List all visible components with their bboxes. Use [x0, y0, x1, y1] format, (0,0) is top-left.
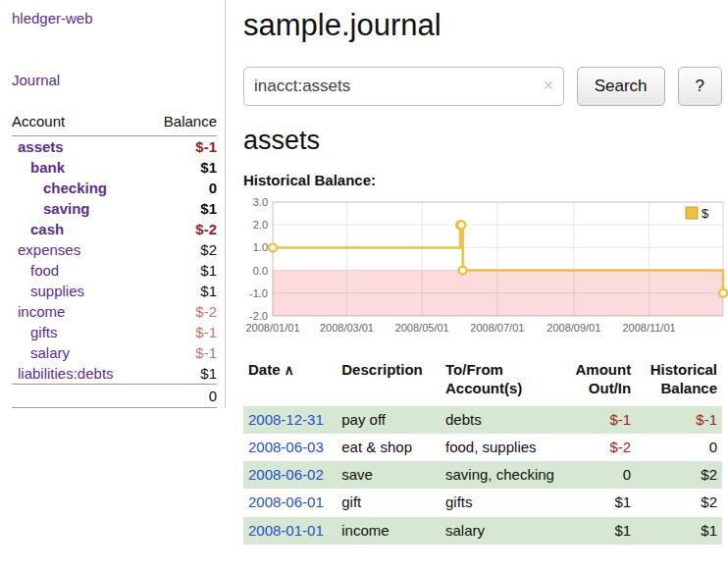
account-link[interactable]: supplies	[12, 283, 146, 299]
register-row: 2008-12-31pay offdebts$-1$-1	[243, 406, 722, 434]
register-description: gift	[337, 489, 441, 516]
register-table: Date∧ Description To/From Account(s) Amo…	[243, 359, 722, 545]
chart-x-tick-label: 2008/05/01	[395, 322, 449, 334]
chart-y-tick-label: 2.0	[253, 219, 268, 231]
account-row: gifts$-1	[12, 322, 217, 342]
account-link[interactable]: food	[12, 262, 146, 279]
chart-y-tick-label: 0.0	[253, 265, 268, 277]
chart-y-tick-label: 3.0	[253, 196, 268, 208]
register-date-link[interactable]: 2008-06-03	[248, 439, 324, 455]
account-link[interactable]: checking	[12, 180, 146, 196]
chart-heading: Historical Balance:	[243, 172, 722, 188]
clear-search-icon[interactable]: ✕	[543, 78, 554, 92]
account-balance: $1	[146, 281, 217, 301]
register-balance: $-1	[636, 406, 722, 434]
register-row: 2008-06-02savesaving, checking0$2	[243, 461, 722, 489]
account-link[interactable]: liabilities:debts	[12, 365, 146, 382]
register-description: income	[337, 517, 441, 545]
register-row: 2008-06-01giftgifts$1$2	[243, 489, 722, 516]
account-balance: $-2	[146, 301, 217, 322]
account-row: liabilities:debts$1	[12, 363, 217, 385]
account-row: supplies$1	[12, 281, 217, 301]
register-accounts: food, supplies	[441, 434, 559, 461]
account-link[interactable]: income	[12, 303, 146, 320]
search-button[interactable]: Search	[577, 67, 665, 106]
account-balance: $-1	[146, 136, 217, 158]
accounts-col-account: Account	[12, 110, 146, 136]
register-balance: $2	[636, 461, 722, 489]
accounts-col-balance: Balance	[146, 110, 217, 136]
nav-journal-link[interactable]: Journal	[12, 72, 217, 88]
accounts-total-row: 0	[12, 385, 217, 408]
register-balance: 0	[636, 434, 722, 461]
account-balance: $-2	[146, 219, 217, 239]
register-date-link[interactable]: 2008-06-01	[248, 493, 324, 510]
register-balance: $1	[636, 517, 722, 545]
account-balance: $-1	[146, 322, 217, 342]
register-accounts: gifts	[441, 489, 559, 516]
register-header-row: Date∧ Description To/From Account(s) Amo…	[243, 359, 722, 406]
register-col-date[interactable]: Date∧	[243, 359, 337, 406]
chart-point	[459, 267, 467, 275]
accounts-total-spacer	[12, 385, 146, 408]
register-col-description: Description	[337, 359, 441, 406]
chart-x-tick-label: 2008/01/01	[245, 322, 299, 334]
app-title-link[interactable]: hledger-web	[12, 10, 217, 26]
chart-x-tick-label: 2008/03/01	[320, 322, 374, 334]
legend-swatch	[686, 207, 698, 219]
account-row: income$-2	[12, 301, 217, 322]
account-row: expenses$2	[12, 239, 217, 260]
chart-y-tick-label: -2.0	[249, 310, 268, 322]
register-date-link[interactable]: 2008-06-02	[248, 466, 324, 483]
register-date-link[interactable]: 2008-01-01	[248, 522, 324, 539]
legend-label: $	[702, 206, 709, 221]
search-bar: ✕ Search ?	[243, 67, 722, 106]
account-balance: $1	[146, 198, 217, 219]
chart-x-tick-label: 2008/09/01	[546, 322, 600, 334]
account-row: cash$-2	[12, 219, 217, 239]
account-link[interactable]: saving	[12, 200, 146, 217]
register-row: 2008-01-01incomesalary$1$1	[243, 517, 722, 545]
register-col-date-label: Date	[248, 361, 281, 378]
chart-legend: $	[682, 204, 719, 223]
register-amount: $-2	[559, 434, 636, 461]
register-row: 2008-06-03eat & shopfood, supplies$-20	[243, 434, 722, 461]
chart-svg: 3.02.01.00.0-1.0-2.02008/01/012008/03/01…	[243, 196, 728, 343]
register-col-accounts: To/From Account(s)	[441, 359, 559, 406]
account-link[interactable]: assets	[12, 138, 146, 155]
sort-ascending-icon[interactable]: ∧	[285, 362, 294, 378]
register-date-link[interactable]: 2008-12-31	[248, 411, 324, 428]
register-col-amount: Amount Out/In	[559, 359, 636, 406]
accounts-table: Account Balance assets$-1bank$1checking0…	[12, 110, 217, 408]
account-row: assets$-1	[12, 136, 217, 158]
register-description: eat & shop	[337, 434, 441, 461]
register-balance: $2	[636, 489, 722, 516]
account-link[interactable]: salary	[12, 344, 146, 361]
account-row: food$1	[12, 260, 217, 281]
account-row: bank$1	[12, 157, 217, 178]
account-link[interactable]: expenses	[12, 241, 146, 258]
account-row: checking0	[12, 178, 217, 198]
account-link[interactable]: cash	[12, 221, 146, 237]
main-content: sample.journal ✕ Search ? assets Histori…	[226, 0, 728, 545]
chart-point	[719, 289, 727, 297]
account-balance: $2	[146, 239, 217, 260]
register-amount: $1	[559, 517, 636, 545]
chart-point	[269, 243, 277, 251]
account-link[interactable]: bank	[12, 159, 146, 176]
account-link[interactable]: gifts	[12, 324, 146, 340]
accounts-total-value: 0	[146, 385, 217, 408]
help-button[interactable]: ?	[678, 67, 722, 106]
account-balance: 0	[146, 178, 217, 198]
register-amount: $1	[559, 489, 636, 516]
account-balance: $1	[146, 363, 217, 385]
search-field-wrapper: ✕	[243, 67, 564, 106]
register-accounts: debts	[441, 406, 559, 434]
chart-y-tick-label: -1.0	[249, 287, 268, 299]
page: hledger-web Journal Account Balance asse…	[0, 0, 728, 545]
search-input[interactable]	[243, 67, 564, 106]
sidebar: hledger-web Journal Account Balance asse…	[0, 0, 226, 408]
register-accounts: saving, checking	[441, 461, 559, 489]
chart-x-tick-label: 2008/11/01	[622, 322, 675, 334]
account-heading: assets	[243, 126, 722, 156]
